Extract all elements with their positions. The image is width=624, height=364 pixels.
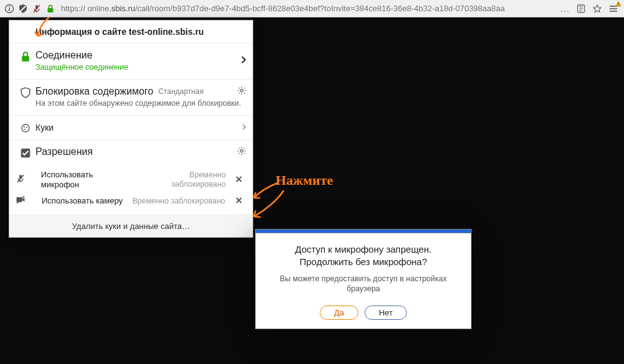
browser-chrome: https:// online.sbis.ru/call/room/b937d7… [0, 0, 624, 17]
arrow-icon [250, 188, 287, 223]
svg-point-27 [22, 124, 29, 132]
url-overflow-icon[interactable]: … [558, 2, 572, 16]
gear-icon[interactable] [237, 146, 246, 158]
permissions-header-row: Разрешения [9, 139, 253, 165]
mic-blocked-icon[interactable] [30, 2, 44, 16]
svg-rect-2 [9, 6, 10, 7]
chevron-right-icon [240, 55, 246, 67]
svg-line-24 [244, 93, 244, 93]
svg-point-28 [24, 126, 25, 128]
svg-line-25 [239, 93, 240, 93]
url-path: /call/room/b937d7de-d9e7-4bd5-bcff-8628e… [135, 4, 505, 13]
connection-title: Соединение [35, 50, 245, 61]
content-blocking-row: Блокировка содержимого Стандартная На эт… [9, 79, 253, 115]
shield-icon [16, 86, 35, 98]
tracking-shield-icon[interactable] [16, 2, 30, 16]
svg-rect-17 [22, 56, 29, 62]
svg-line-37 [239, 148, 240, 149]
svg-line-39 [239, 153, 240, 154]
reader-icon[interactable] [574, 2, 588, 16]
site-info-panel: Информация о сайте test-online.sbis.ru С… [9, 20, 253, 238]
mic-blocked-icon [16, 174, 35, 186]
permissions-title: Разрешения [35, 146, 245, 157]
permission-mic-state: Временно заблокировано [136, 170, 226, 189]
chevron-right-icon [241, 122, 246, 133]
svg-rect-16 [618, 4, 618, 5]
url-bar[interactable]: https:// online.sbis.ru/call/room/b937d7… [57, 4, 554, 13]
connection-status: Защищённое соединение [35, 62, 245, 73]
lock-icon [16, 50, 35, 62]
content-blocking-title: Блокировка содержимого [35, 86, 153, 97]
svg-line-23 [239, 88, 240, 88]
cookies-title: Куки [35, 123, 245, 133]
camera-blocked-icon [16, 195, 35, 207]
permission-cam-state: Временно заблокировано [133, 197, 225, 206]
spacer [16, 27, 35, 28]
svg-line-26 [244, 88, 244, 88]
panel-header-row: Информация о сайте test-online.sbis.ru [9, 21, 253, 43]
dialog-title: Доступ к микрофону запрещен. Продолжить … [268, 243, 459, 269]
url-scheme: https:// online. [61, 4, 111, 13]
menu-icon[interactable] [607, 2, 620, 16]
panel-title: Информация о сайте test-online.sbis.ru [35, 27, 245, 37]
svg-rect-7 [48, 8, 54, 12]
chrome-icons-left [0, 2, 57, 16]
svg-point-32 [240, 149, 243, 152]
dialog-yes-button[interactable]: Да [320, 306, 358, 320]
clear-cam-button[interactable] [231, 195, 246, 207]
content-blocking-chip: Стандартная [158, 87, 203, 96]
svg-point-18 [240, 89, 243, 91]
svg-rect-15 [618, 2, 618, 4]
url-host: sbis.ru [111, 4, 135, 13]
svg-point-29 [26, 127, 27, 128]
annotation-text: Нажмите [276, 172, 333, 189]
clear-mic-button[interactable] [232, 174, 246, 185]
clear-site-data-button[interactable]: Удалить куки и данные сайта… [9, 215, 253, 237]
svg-line-38 [244, 153, 244, 154]
permissions-list: Использовать микрофон Временно заблокиро… [9, 165, 253, 215]
chrome-icons-right: … [554, 2, 624, 16]
permission-mic-name: Использовать микрофон [41, 170, 130, 190]
content-blocking-desc: На этом сайте обнаружено содержимое для … [35, 98, 245, 109]
dialog-no-button[interactable]: Нет [365, 306, 407, 320]
svg-point-30 [24, 129, 26, 130]
lock-icon[interactable] [44, 2, 57, 16]
arrow-icon [250, 179, 281, 204]
bookmark-icon[interactable] [590, 2, 604, 16]
gear-icon[interactable] [237, 86, 246, 98]
cookie-icon [16, 122, 35, 133]
dialog-message: Вы можете предоставить доступ в настройк… [268, 274, 459, 295]
permissions-icon [16, 146, 35, 159]
svg-rect-1 [9, 7, 10, 11]
connection-row[interactable]: Соединение Защищённое соединение [9, 43, 253, 79]
site-info-icon[interactable] [2, 2, 16, 16]
cookies-row[interactable]: Куки [9, 115, 253, 139]
permission-camera: Использовать камеру Временно заблокирова… [9, 192, 253, 210]
permission-cam-name: Использовать камеру [42, 196, 123, 206]
permission-microphone: Использовать микрофон Временно заблокиро… [9, 167, 253, 193]
svg-line-40 [244, 148, 244, 149]
confirm-dialog: Доступ к микрофону запрещен. Продолжить … [255, 229, 472, 329]
